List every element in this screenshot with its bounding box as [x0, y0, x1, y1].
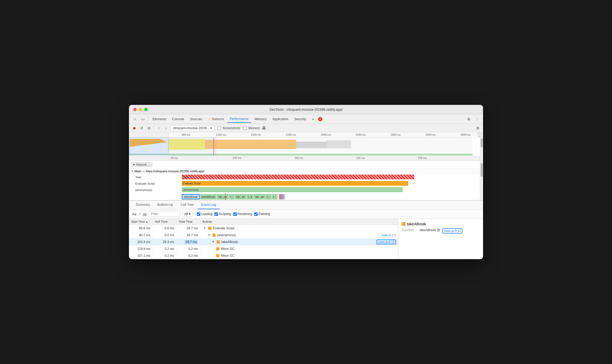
func-4[interactable]: t...: [229, 194, 234, 199]
tab-summary[interactable]: Summary: [132, 201, 154, 209]
th-total-time[interactable]: Total Time: [177, 219, 200, 225]
overview-main[interactable]: [169, 138, 483, 156]
anonymous-track: (anonymous): [182, 187, 480, 193]
more-options-icon[interactable]: ⋮: [474, 115, 481, 123]
scripting-checkbox[interactable]: [215, 212, 218, 216]
tab-more[interactable]: »: [309, 115, 317, 123]
func-7[interactable]: tak...ak: [254, 194, 265, 199]
timeline-selection[interactable]: [169, 138, 216, 156]
func-5[interactable]: tak...ak: [235, 194, 246, 199]
second-mark-0: 99 ms: [171, 157, 233, 160]
timeline-scrollbar-thumb[interactable]: [481, 164, 483, 177]
timeline-scrollbar[interactable]: [480, 161, 483, 200]
th-start-time[interactable]: Start Time: [129, 219, 153, 225]
scrollbar-thumb[interactable]: [481, 138, 483, 147]
rendering-checkbox[interactable]: [233, 212, 237, 216]
take-a-break-selected[interactable]: takeABreak: [182, 194, 200, 199]
url-selector[interactable]: clinquant-mousse-2f239... ▾: [170, 125, 214, 131]
loading-checkbox[interactable]: [197, 212, 200, 216]
aa-icon: Aa: [132, 212, 136, 216]
ruler-mark-6: 3999 ms: [378, 133, 413, 136]
link-anonymous[interactable]: main.js:1:1: [381, 234, 396, 237]
tab-elements[interactable]: Elements: [150, 115, 169, 123]
main-collapse-arrow[interactable]: ▼: [131, 170, 133, 172]
minimize-button[interactable]: [139, 108, 142, 111]
td-activity-0: ▼ Evaluate Script: [200, 226, 398, 231]
func-9[interactable]: t...: [272, 194, 277, 199]
functions-track: takeABreak takeABreak tak...ak t... tak.…: [182, 193, 480, 200]
tab-call-tree[interactable]: Call Tree: [177, 201, 197, 209]
func-2[interactable]: takeABreak: [200, 194, 217, 199]
second-mark-4: 299 ms: [418, 157, 480, 160]
tab-network[interactable]: ⚠ Network: [205, 115, 227, 123]
capture-settings-icon[interactable]: 🖶: [261, 125, 267, 131]
ruler-mark-7: 4499 ms: [413, 133, 448, 136]
td-self-4: 0.2 ms: [153, 253, 177, 258]
second-ruler-scrollbar: [480, 156, 483, 161]
maximize-button[interactable]: [144, 108, 148, 111]
event-table: Start Time Self Time Total Time Activity…: [129, 219, 398, 259]
th-self-time[interactable]: Self Time: [153, 219, 177, 225]
tab-event-log[interactable]: Event Log: [197, 201, 220, 209]
rp-function-label: Function: [402, 228, 418, 234]
settings-icon[interactable]: ⚙: [465, 115, 472, 123]
tab-application[interactable]: Application: [270, 115, 291, 123]
overview-scrollbar[interactable]: [480, 138, 483, 156]
regex-icon: .*: [138, 212, 141, 216]
expand-2[interactable]: ▼: [212, 240, 215, 243]
activity-icon-1: [212, 234, 216, 237]
selection-dashed-line: [225, 193, 226, 200]
filter-all-dropdown[interactable]: All ▾: [183, 211, 192, 217]
tab-performance[interactable]: Performance: [227, 115, 252, 123]
download-button[interactable]: ↓: [163, 125, 169, 131]
tab-security[interactable]: Security: [292, 115, 309, 123]
tab-bottom-up[interactable]: Bottom-Up: [154, 201, 177, 209]
memory-checkbox[interactable]: [243, 126, 247, 130]
upload-button[interactable]: ↑: [156, 125, 162, 131]
table-row[interactable]: 119.9 ms 0.2 ms 0.2 ms Minor GC: [129, 245, 398, 252]
overview-chart[interactable]: [129, 138, 483, 156]
error-badge: 2: [318, 117, 322, 121]
link-take-a-break[interactable]: main.js:6:10: [377, 240, 396, 244]
functions-row: takeABreak takeABreak tak...ak t... tak.…: [129, 193, 480, 200]
tab-console[interactable]: Console: [169, 115, 187, 123]
record-button[interactable]: ⏺: [131, 125, 137, 131]
filter-input[interactable]: [149, 211, 180, 217]
network-label[interactable]: ▶ Network ...: [131, 162, 152, 167]
right-color-bars: [279, 194, 285, 199]
evaluate-track: Evaluate Script: [182, 180, 480, 187]
tab-sources[interactable]: Sources: [187, 115, 205, 123]
expand-1[interactable]: ▼: [208, 234, 210, 236]
close-button[interactable]: [133, 108, 137, 111]
warn-icon: ⚠: [208, 117, 211, 121]
tab-memory[interactable]: Memory: [252, 115, 269, 123]
th-activity[interactable]: Activity: [200, 219, 398, 225]
clear-button[interactable]: ⊘: [146, 125, 152, 131]
tab-separator: [148, 116, 148, 122]
ruler-mark-2: 1999 ms: [238, 133, 273, 136]
settings-gear-icon[interactable]: ⚙: [475, 125, 481, 131]
table-row[interactable]: 80.7 ms 0.0 ms 26.7 ms ▼ (anonymous) mai…: [129, 232, 398, 239]
second-mark-3: 249 ms: [356, 157, 418, 160]
td-activity-2: ▼ takeABreak main.js:6:10: [209, 239, 398, 245]
rp-title-text: takeABreak: [407, 222, 426, 226]
func-6[interactable]: t...k: [247, 194, 253, 199]
painting-checkbox[interactable]: [254, 212, 258, 216]
evaluate-bar: Evaluate Script: [182, 181, 408, 186]
reload-button[interactable]: ↺: [138, 125, 145, 131]
func-8[interactable]: t...: [266, 194, 271, 199]
anonymous-label: (anonymous): [129, 188, 182, 192]
device-icon[interactable]: ▭: [139, 115, 146, 123]
red-marker: [214, 138, 214, 156]
func-3[interactable]: tak...ak: [217, 194, 228, 199]
expand-0[interactable]: ▼: [203, 227, 206, 230]
table-row-selected[interactable]: 102.4 ms 26.3 ms 26.7 ms ▼ takeABreak ma…: [129, 239, 398, 245]
table-row[interactable]: 107.1 ms 0.2 ms 0.2 ms Minor GC: [129, 252, 398, 259]
table-row[interactable]: 80.6 ms 0.0 ms 26.7 ms ▼ Evaluate Script: [129, 225, 398, 232]
rp-function-link[interactable]: main.js:6:10: [442, 228, 463, 234]
second-mark-2: 199 ms: [294, 157, 356, 160]
timeline-ruler: 999 ms 1499 ms 1999 ms 2499 ms 2999 ms 3…: [169, 132, 483, 138]
timeline-tracks: ▶ Network ... ▼ Main — https://clinquant…: [129, 161, 480, 200]
screenshots-checkbox[interactable]: [217, 126, 221, 130]
inspect-icon[interactable]: ⊹: [131, 115, 138, 123]
